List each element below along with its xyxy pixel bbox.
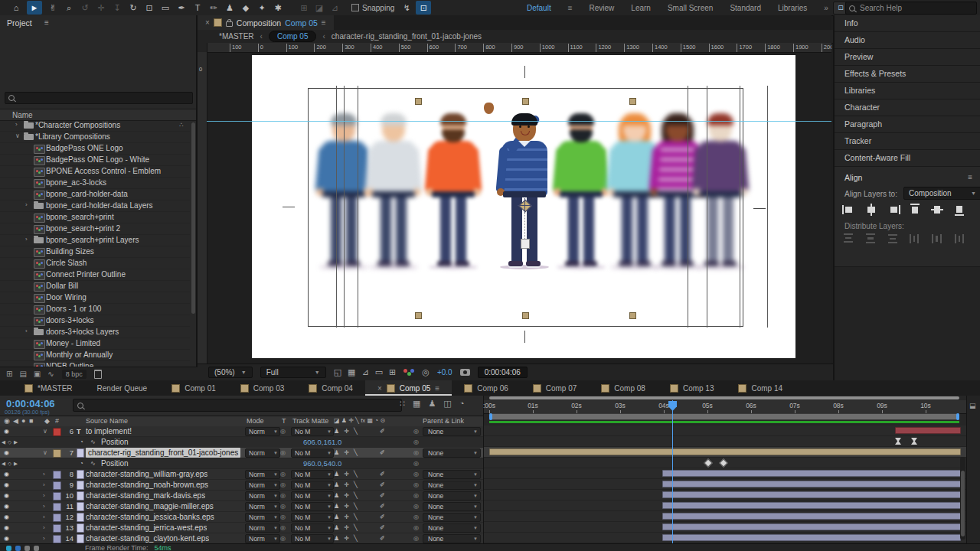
parent-dropdown[interactable]: None▼ [423,427,481,436]
parent-dropdown[interactable]: None▼ [423,502,481,511]
parent-pickwhip-icon[interactable]: ◎ [413,523,419,533]
parent-pickwhip-icon[interactable]: ◎ [413,501,419,511]
timeline-tab-render-queue[interactable]: Render Queue [85,380,160,396]
panel-menu-icon[interactable]: ≡ [968,173,972,181]
layer-switches[interactable]: ♟✛╲ [334,480,362,490]
timeline-vertical-scrollbar[interactable] [960,457,965,540]
layer-track[interactable] [484,479,980,490]
effects-switch-icon[interactable]: ✐ [380,426,385,436]
project-search-input[interactable] [18,93,174,103]
snapshot-icon[interactable] [460,369,470,376]
project-item[interactable]: ∨*Library Compositions [0,132,190,143]
project-item[interactable]: BadgePass ONE Logo - White [0,155,190,166]
blend-mode-dropdown[interactable]: Norm▼ [245,470,280,479]
source-name-column[interactable]: Source Name [86,417,128,425]
effects-switch-icon[interactable]: ✐ [380,533,385,543]
blend-mode-dropdown[interactable]: Norm▼ [245,502,280,511]
panel-tab-info[interactable]: Info [835,15,980,32]
project-item[interactable]: Money - Limited [0,338,190,350]
layer-duration-bar[interactable] [662,481,961,487]
project-item-label[interactable]: BPONE Access Control - Emblem [46,167,161,175]
effects-switch-icon[interactable]: ✐ [380,469,385,479]
track-matte-dropdown[interactable]: No M▼ [291,470,334,479]
track-matte-pickwhip-icon[interactable]: ◎ [280,533,286,543]
parent-dropdown[interactable]: None▼ [423,470,481,479]
project-item[interactable]: BadgePass ONE Logo [0,143,190,155]
layer-duration-bar[interactable] [489,448,961,455]
roto-brush-tool[interactable]: ✦ [256,1,267,15]
motion-blur-icon[interactable]: ◔ [459,399,465,409]
blend-mode-dropdown[interactable]: Norm▼ [245,448,280,458]
track-matte-dropdown[interactable]: No M▼ [291,523,334,533]
workspace-libraries[interactable]: Libraries [778,4,807,12]
twirl-icon[interactable]: › [43,491,45,500]
work-area-bar[interactable] [489,413,959,420]
t-column[interactable]: T [282,417,286,425]
property-name[interactable]: Position [101,437,129,447]
layer-name[interactable]: character-standing_noah-brown.eps [86,480,208,490]
layer-switches[interactable]: ♟✛╲ [334,512,362,522]
workspace-default[interactable]: Default [527,4,551,12]
project-item[interactable]: ›doors-3+locks Layers [0,327,190,338]
align-left-button[interactable] [842,204,856,216]
panel-tab-paragraph[interactable]: Paragraph [835,116,980,133]
layer-track[interactable] [484,425,980,436]
property-value[interactable]: 606.0,161.0 [303,437,341,447]
twirl-icon[interactable]: › [43,523,45,533]
distribute-hcenter-button[interactable] [931,233,945,245]
pen-tool[interactable]: ✒ [176,1,187,15]
lock-icon[interactable] [226,21,233,27]
track-matte-pickwhip-icon[interactable]: ◎ [280,426,286,436]
track-matte-dropdown[interactable]: No M▼ [291,534,334,543]
selection-handle[interactable] [629,98,636,105]
panel-tab-character[interactable]: Character [835,99,980,116]
layer-row[interactable]: ◉∨7character-rig_standing_front_01-jacob… [0,448,483,458]
twirl-icon[interactable]: ∨ [43,448,47,458]
effects-switch-icon[interactable]: ✐ [380,523,385,533]
panel-menu-icon[interactable]: ≡ [44,18,49,27]
project-item-label[interactable]: Money - Limited [46,339,100,347]
project-settings-icon[interactable]: ∿ [47,370,54,378]
project-item-label[interactable]: Circle Slash [46,259,87,267]
workspace-overflow-icon[interactable]: » [824,4,828,12]
timeline-search-box[interactable] [73,399,402,412]
effects-switch-icon[interactable]: ✐ [380,480,385,490]
align-horizontal-center-button[interactable] [864,204,878,216]
panel-tab-tracker[interactable]: Tracker [835,133,980,150]
timeline-tab-comp-07[interactable]: Comp 07 [521,380,590,396]
label-color-chip[interactable] [53,503,61,511]
layer-track[interactable] [484,436,980,447]
blend-mode-dropdown[interactable]: Norm▼ [245,534,280,543]
project-item-label[interactable]: Dollar Bill [46,282,78,290]
composition-viewport[interactable] [207,52,831,364]
composition-tab[interactable]: × Composition Comp 05 ≡ [198,15,334,30]
align-bottom-button[interactable] [953,204,967,216]
track-matte-dropdown[interactable]: No M▼ [291,502,334,511]
comp-marker-bin-icon[interactable]: ⬓ [969,402,976,409]
distribute-vcenter-button[interactable] [864,233,878,245]
align-panel-title[interactable]: Align [844,173,862,182]
layer-track[interactable] [484,500,980,511]
interpret-footage-icon[interactable]: ⊞ [6,370,12,378]
home-tool[interactable]: ⌂ [11,1,21,15]
project-item[interactable]: ›*Character Compositions∴ [0,120,190,132]
track-matte-dropdown[interactable]: No M▼ [291,427,334,436]
property-row[interactable]: ◀◇▶◔∿Position960.0,540.0◎ [0,458,483,469]
panel-menu-icon[interactable]: ≡ [435,384,439,393]
project-item-label[interactable]: bpone_card-holder-data Layers [46,201,153,210]
panel-tab-audio[interactable]: Audio [835,32,980,49]
label-color-chip[interactable] [53,449,61,458]
workspace-standard[interactable]: Standard [730,4,761,12]
dolly-camera-tool[interactable]: ↧ [112,1,122,15]
color-depth-button[interactable]: 8 bpc [62,370,87,379]
layer-track[interactable] [484,522,980,533]
project-item[interactable]: ›bpone_card-holder-data Layers [0,201,190,212]
panel-tab-effects-presets[interactable]: Effects & Presets [835,66,980,83]
align-right-button[interactable] [887,204,900,216]
new-folder-icon[interactable]: ▤ [19,370,26,378]
project-item[interactable]: bpone_card-holder-data [0,189,190,201]
project-item[interactable]: ›bpone_search+print Layers [0,235,190,246]
layer-name[interactable]: character-standing_maggie-miller.eps [86,501,214,511]
parent-dropdown[interactable]: None▼ [423,481,481,490]
time-navigator[interactable] [489,396,959,399]
